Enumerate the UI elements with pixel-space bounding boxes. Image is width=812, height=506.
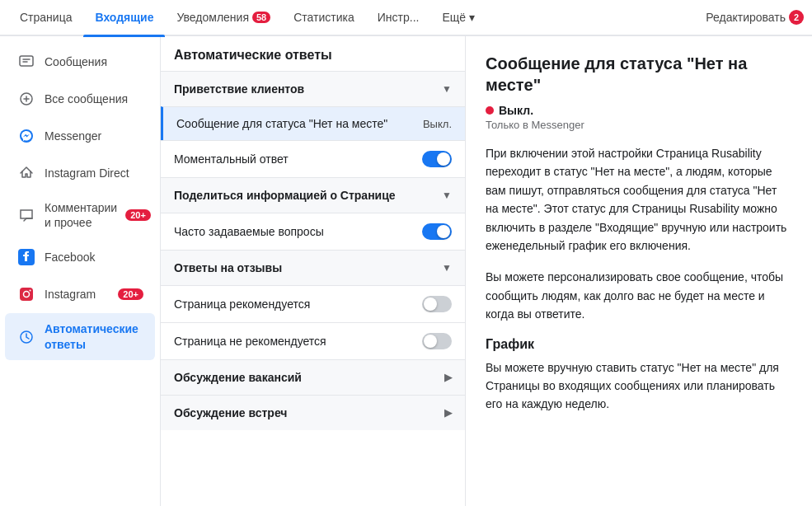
chevron-down-icon-3: ▼ <box>442 262 452 274</box>
settings-row-faq[interactable]: Часто задаваемые вопросы <box>161 213 465 250</box>
recommended-label: Страница рекомендуется <box>174 298 310 311</box>
instagram-badge: 20+ <box>118 288 143 300</box>
section-label-meetings: Обсуждение встреч <box>174 406 287 419</box>
sidebar-item-facebook[interactable]: Facebook <box>5 239 155 275</box>
chevron-down-icon-2: ▼ <box>442 190 452 201</box>
settings-section-greeting: Приветствие клиентов ▼ Сообщение для ста… <box>161 71 465 177</box>
settings-panel: Автоматические ответы Приветствие клиент… <box>161 36 466 506</box>
main-layout: Сообщения Все сообщения Messenger Instag… <box>0 36 812 506</box>
section-label-share-info: Поделиться информацией о Странице <box>174 189 396 202</box>
settings-section-jobs: Обсуждение вакансий ▶ <box>161 359 465 395</box>
instagram-icon <box>16 284 36 304</box>
instagram-direct-icon <box>16 163 36 183</box>
sidebar-label-facebook: Facebook <box>45 250 143 265</box>
section-label-reviews: Ответы на отзывы <box>174 261 282 274</box>
tab-more[interactable]: Ещё ▾ <box>430 0 486 35</box>
sidebar-item-messages[interactable]: Сообщения <box>5 44 155 80</box>
sidebar-item-instagram-direct[interactable]: Instagram Direct <box>5 155 155 191</box>
settings-section-share-info: Поделиться информацией о Странице ▼ Част… <box>161 177 465 250</box>
sidebar-item-auto-replies[interactable]: Автоматические ответы <box>5 313 155 359</box>
recommended-toggle[interactable] <box>422 296 452 312</box>
sidebar-item-messenger[interactable]: Messenger <box>5 118 155 154</box>
section-header-meetings[interactable]: Обсуждение встреч ▶ <box>161 396 465 430</box>
detail-subtitle: Только в Messenger <box>486 119 792 131</box>
chevron-right-icon-2: ▶ <box>444 407 452 419</box>
svg-rect-0 <box>20 56 33 66</box>
settings-row-instant-reply[interactable]: Моментальный ответ <box>161 140 465 177</box>
svg-point-6 <box>30 290 31 292</box>
sidebar-label-auto-replies: Автоматические ответы <box>45 321 143 351</box>
comments-icon <box>16 205 36 225</box>
detail-description-1: При включении этой настройки Страница Ru… <box>486 144 792 255</box>
settings-section-reviews: Ответы на отзывы ▼ Страница рекомендуетс… <box>161 250 465 359</box>
settings-section-meetings: Обсуждение встреч ▶ <box>161 395 465 430</box>
not-recommended-label: Страница не рекомендуется <box>174 335 326 348</box>
status-dot <box>486 106 494 115</box>
sidebar-item-comments[interactable]: Комментарии и прочее 20+ <box>5 192 155 238</box>
facebook-icon <box>16 247 36 267</box>
sidebar-label-all-messages: Все сообщения <box>45 91 143 106</box>
faq-toggle[interactable] <box>422 223 452 240</box>
instant-reply-toggle[interactable] <box>422 151 452 167</box>
edit-button[interactable]: Редактировать 2 <box>706 10 804 25</box>
sidebar-item-instagram[interactable]: Instagram 20+ <box>5 276 155 312</box>
sidebar-label-messages: Сообщения <box>45 54 143 69</box>
messages-icon <box>16 52 36 72</box>
sidebar-item-all-messages[interactable]: Все сообщения <box>5 81 155 117</box>
notifications-badge: 58 <box>252 12 270 23</box>
detail-title: Сообщение для статуса "Нет на месте" <box>486 53 792 96</box>
messenger-icon <box>16 126 36 146</box>
tab-page[interactable]: Страница <box>8 0 83 35</box>
settings-row-recommended[interactable]: Страница рекомендуется <box>161 285 465 322</box>
section-label-greeting: Приветствие клиентов <box>174 82 304 96</box>
content-area: Автоматические ответы Приветствие клиент… <box>161 36 812 506</box>
detail-description-2: Вы можете персонализировать свое сообщен… <box>486 268 792 323</box>
settings-row-away-message[interactable]: Сообщение для статуса "Нет на месте" Вык… <box>161 106 465 140</box>
sidebar-label-comments: Комментарии и прочее <box>45 200 117 230</box>
tab-inbox[interactable]: Входящие <box>83 0 165 35</box>
settings-row-not-recommended[interactable]: Страница не рекомендуется <box>161 322 465 359</box>
detail-status: Выкл. <box>486 104 792 117</box>
tab-instr[interactable]: Инстр... <box>366 0 431 35</box>
section-header-reviews[interactable]: Ответы на отзывы ▼ <box>161 251 465 285</box>
svg-rect-4 <box>20 288 33 301</box>
faq-label: Часто задаваемые вопросы <box>174 225 324 238</box>
chevron-right-icon: ▶ <box>444 372 452 383</box>
sidebar-label-instagram: Instagram <box>45 287 110 302</box>
all-messages-icon <box>16 89 36 109</box>
top-nav: Страница Входящие Уведомления 58 Статист… <box>0 0 812 36</box>
schedule-description: Вы можете вручную ставить статус "Нет на… <box>486 358 792 414</box>
away-message-label: Сообщение для статуса "Нет на месте" <box>176 117 387 130</box>
instant-reply-label: Моментальный ответ <box>174 152 289 166</box>
detail-panel: Сообщение для статуса "Нет на месте" Вык… <box>466 36 812 506</box>
not-recommended-toggle[interactable] <box>422 333 452 349</box>
tab-notifications[interactable]: Уведомления 58 <box>165 0 282 35</box>
auto-replies-icon <box>16 327 36 347</box>
settings-panel-title: Автоматические ответы <box>161 36 465 71</box>
tab-stats[interactable]: Статистика <box>282 0 366 35</box>
away-message-value: Выкл. <box>423 118 452 130</box>
section-label-jobs: Обсуждение вакансий <box>174 371 302 384</box>
section-header-jobs[interactable]: Обсуждение вакансий ▶ <box>161 360 465 395</box>
chevron-down-icon: ▼ <box>442 83 452 95</box>
edit-badge: 2 <box>789 10 804 25</box>
sidebar-label-instagram-direct: Instagram Direct <box>45 166 143 180</box>
section-header-share-info[interactable]: Поделиться информацией о Странице ▼ <box>161 178 465 213</box>
sidebar: Сообщения Все сообщения Messenger Instag… <box>0 36 161 506</box>
schedule-title: График <box>486 337 792 352</box>
sidebar-label-messenger: Messenger <box>45 129 143 143</box>
comments-badge: 20+ <box>125 209 151 221</box>
status-text: Выкл. <box>499 104 533 117</box>
section-header-greeting[interactable]: Приветствие клиентов ▼ <box>161 72 465 106</box>
